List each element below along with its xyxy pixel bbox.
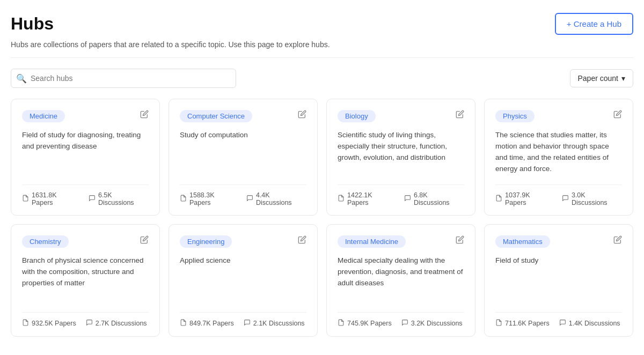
- hub-card: Chemistry Branch of physical science con…: [11, 224, 160, 337]
- edit-icon[interactable]: [140, 110, 149, 120]
- hub-discussions-stat: 3.0K Discussions: [562, 191, 622, 206]
- hub-discussions-stat: 4.4K Discussions: [246, 191, 306, 206]
- hub-papers-stat: 932.5K Papers: [22, 319, 76, 328]
- hub-description: Study of computation: [180, 130, 306, 175]
- discussions-icon: [244, 319, 251, 328]
- hub-card-top: Mathematics: [495, 235, 622, 248]
- hub-footer: 932.5K Papers 2.7K Discussions: [22, 312, 149, 328]
- papers-icon: [22, 319, 29, 328]
- hub-tag[interactable]: Biology: [338, 110, 376, 122]
- hub-tag[interactable]: Medicine: [22, 110, 65, 122]
- hub-description: Branch of physical science concerned wit…: [22, 255, 149, 302]
- search-wrap: 🔍: [11, 69, 236, 88]
- papers-icon: [22, 195, 29, 203]
- hub-description: The science that studies matter, its mot…: [495, 130, 622, 175]
- hub-footer: 1422.1K Papers 6.8K Discussions: [338, 184, 464, 206]
- hub-tag[interactable]: Mathematics: [495, 235, 550, 248]
- discussions-count: 2.7K Discussions: [96, 320, 147, 327]
- discussions-icon: [89, 195, 96, 203]
- edit-icon[interactable]: [456, 235, 464, 246]
- hub-card-top: Medicine: [22, 110, 149, 122]
- edit-icon[interactable]: [298, 110, 306, 120]
- hub-papers-stat: 1037.9K Papers: [495, 191, 552, 206]
- hub-tag[interactable]: Chemistry: [22, 235, 69, 248]
- papers-count: 849.7K Papers: [189, 320, 234, 327]
- create-hub-button[interactable]: + Create a Hub: [555, 13, 633, 35]
- discussions-count: 3.0K Discussions: [572, 191, 622, 206]
- hub-card-top: Chemistry: [22, 235, 149, 248]
- hub-discussions-stat: 6.8K Discussions: [404, 191, 464, 206]
- papers-count: 1037.9K Papers: [505, 191, 552, 206]
- hub-footer: 745.9K Papers 3.2K Discussions: [338, 312, 464, 328]
- discussions-icon: [559, 319, 566, 328]
- edit-icon[interactable]: [140, 235, 149, 246]
- hub-tag[interactable]: Internal Medicine: [338, 235, 406, 248]
- discussions-icon: [401, 319, 408, 328]
- hub-papers-stat: 745.9K Papers: [338, 319, 392, 328]
- sort-label: Paper count: [578, 74, 619, 83]
- hub-discussions-stat: 3.2K Discussions: [401, 319, 463, 328]
- hub-card: Mathematics Field of study 711.6K Papers: [484, 224, 633, 337]
- papers-count: 745.9K Papers: [347, 320, 392, 327]
- hub-card-top: Physics: [495, 110, 622, 122]
- hub-grid: Medicine Field of study for diagnosing, …: [11, 99, 633, 337]
- papers-count: 932.5K Papers: [32, 320, 76, 327]
- discussions-count: 4.4K Discussions: [256, 191, 306, 206]
- hub-tag[interactable]: Physics: [495, 110, 535, 122]
- discussions-count: 1.4K Discussions: [569, 320, 620, 327]
- hub-footer: 1588.3K Papers 4.4K Discussions: [180, 184, 306, 206]
- hub-card-top: Computer Science: [180, 110, 306, 122]
- hub-footer: 711.6K Papers 1.4K Discussions: [495, 312, 622, 328]
- edit-icon[interactable]: [456, 110, 464, 120]
- hub-description: Medical specialty dealing with the preve…: [338, 255, 464, 302]
- discussions-count: 2.1K Discussions: [253, 320, 305, 327]
- sort-dropdown[interactable]: Paper count ▾: [570, 69, 634, 87]
- hub-card: Biology Scientific study of living thing…: [326, 99, 475, 216]
- edit-icon[interactable]: [613, 235, 622, 246]
- search-icon: 🔍: [16, 73, 27, 84]
- search-input[interactable]: [11, 69, 236, 88]
- hub-description: Scientific study of living things, espec…: [338, 130, 464, 175]
- hub-description: Field of study: [495, 255, 622, 302]
- hub-card: Engineering Applied science 849.7K Paper…: [169, 224, 318, 337]
- papers-icon: [495, 195, 502, 203]
- papers-icon: [180, 195, 187, 203]
- hub-papers-stat: 1588.3K Papers: [180, 191, 237, 206]
- hub-footer: 1037.9K Papers 3.0K Discussions: [495, 184, 622, 206]
- hub-card: Internal Medicine Medical specialty deal…: [326, 224, 475, 337]
- hub-discussions-stat: 2.7K Discussions: [86, 319, 147, 328]
- hub-discussions-stat: 1.4K Discussions: [559, 319, 620, 328]
- papers-icon: [338, 319, 345, 328]
- hub-discussions-stat: 6.5K Discussions: [89, 191, 149, 206]
- discussions-count: 3.2K Discussions: [411, 320, 463, 327]
- hub-card-top: Engineering: [180, 235, 306, 248]
- hub-card: Computer Science Study of computation 15…: [169, 99, 318, 216]
- discussions-icon: [246, 195, 253, 203]
- papers-icon: [180, 319, 187, 328]
- papers-icon: [338, 195, 345, 203]
- hub-description: Applied science: [180, 255, 306, 302]
- hub-card: Medicine Field of study for diagnosing, …: [11, 99, 160, 216]
- hub-discussions-stat: 2.1K Discussions: [244, 319, 305, 328]
- page-header: Hubs + Create a Hub: [11, 13, 633, 35]
- toolbar: 🔍 Paper count ▾: [11, 69, 633, 88]
- hub-papers-stat: 849.7K Papers: [180, 319, 234, 328]
- hub-description: Field of study for diagnosing, treating …: [22, 130, 149, 175]
- discussions-icon: [86, 319, 93, 328]
- hub-card: Physics The science that studies matter,…: [484, 99, 633, 216]
- discussions-icon: [404, 195, 411, 203]
- hub-card-top: Biology: [338, 110, 464, 122]
- discussions-count: 6.5K Discussions: [98, 191, 149, 206]
- edit-icon[interactable]: [298, 235, 306, 246]
- papers-count: 711.6K Papers: [505, 320, 550, 327]
- divider: [11, 57, 633, 58]
- papers-count: 1631.8K Papers: [32, 191, 79, 206]
- hub-tag[interactable]: Engineering: [180, 235, 232, 248]
- hub-card-top: Internal Medicine: [338, 235, 464, 248]
- hub-papers-stat: 711.6K Papers: [495, 319, 550, 328]
- hub-tag[interactable]: Computer Science: [180, 110, 252, 122]
- discussions-icon: [562, 195, 569, 203]
- edit-icon[interactable]: [613, 110, 622, 120]
- chevron-down-icon: ▾: [621, 74, 625, 83]
- papers-count: 1588.3K Papers: [189, 191, 237, 206]
